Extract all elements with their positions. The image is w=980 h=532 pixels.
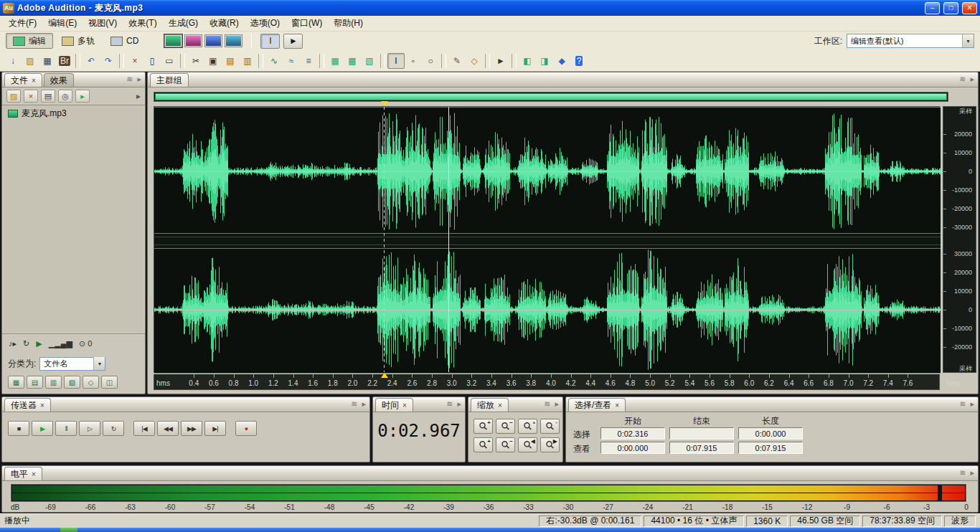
help-icon[interactable]: ? xyxy=(570,53,588,69)
snap-to-frames-icon[interactable]: ▧ xyxy=(361,53,378,69)
panel-grip-icon[interactable]: ≋ xyxy=(446,400,453,408)
go-to-end-button[interactable]: ▶| xyxy=(204,421,226,436)
fast-forward-button[interactable]: ▶▶ xyxy=(181,421,202,436)
copy-icon[interactable]: ▣ xyxy=(204,53,222,69)
edit-mixdown-icon[interactable]: ◧ xyxy=(519,53,536,69)
waveform-plot[interactable] xyxy=(154,106,940,373)
files-options-icon[interactable]: ▸ xyxy=(136,91,141,101)
selection-length-field[interactable]: 0:00.000 xyxy=(738,427,803,440)
overview-range[interactable] xyxy=(155,93,947,100)
toolbar-button[interactable] xyxy=(75,54,80,68)
lasso-selection-tool-icon[interactable]: ○ xyxy=(422,53,439,69)
zoom-in-button[interactable]: + xyxy=(473,419,493,434)
insert-into-multitrack-button[interactable]: ▤ xyxy=(41,90,55,103)
close-tab-icon[interactable]: × xyxy=(32,470,36,478)
loop-preview-button[interactable]: ↻ xyxy=(23,339,29,348)
waveform-display-button[interactable] xyxy=(164,34,182,47)
preview-volume-control[interactable]: ▁▂▄▆ xyxy=(49,339,72,348)
time-selection-tool-icon[interactable]: I xyxy=(387,53,405,69)
scrub-tool-icon[interactable]: ► xyxy=(492,53,509,69)
toolbar-button[interactable] xyxy=(258,54,263,68)
panel-grip-icon[interactable]: ≋ xyxy=(959,75,966,83)
bridge-icon[interactable]: Br xyxy=(56,53,73,69)
record-button[interactable]: ● xyxy=(235,421,257,436)
tab-transport[interactable]: 传送器 × xyxy=(4,398,51,412)
toolbar-button[interactable] xyxy=(441,54,446,68)
overview-scrollbar[interactable] xyxy=(154,92,948,102)
show-full-paths-button[interactable]: ◫ xyxy=(101,376,118,389)
marker-add-icon[interactable]: ◇ xyxy=(466,53,483,69)
panel-grip-icon[interactable]: ≋ xyxy=(959,400,966,408)
snap-to-markers-icon[interactable]: ▦ xyxy=(326,53,344,69)
cut-icon[interactable]: ✂ xyxy=(187,53,204,69)
dropdown-arrow-icon[interactable]: ▼ xyxy=(962,34,974,47)
insert-to-multitrack-icon[interactable]: ◨ xyxy=(536,53,553,69)
panel-menu-icon[interactable]: ▸ xyxy=(970,400,974,408)
stop-button[interactable]: ■ xyxy=(8,421,29,436)
spectral-phase-display-button[interactable] xyxy=(225,34,242,47)
effects-paintbrush-icon[interactable]: ✎ xyxy=(448,53,466,69)
show-markers-button[interactable]: ◇ xyxy=(83,376,99,389)
cursor-handle-bottom[interactable] xyxy=(381,373,388,378)
toolbar-button[interactable] xyxy=(319,54,324,68)
workspace-dropdown[interactable]: 编辑查看(默认) ▼ xyxy=(847,34,974,48)
import-file-button[interactable]: ▨ xyxy=(6,90,21,103)
rewind-button[interactable]: ◀◀ xyxy=(157,421,179,436)
show-video-files-button[interactable]: ▥ xyxy=(45,376,62,389)
zoom-out-button[interactable]: − xyxy=(496,419,515,434)
close-tab-icon[interactable]: × xyxy=(32,77,36,85)
tab-effects[interactable]: 效果 xyxy=(44,73,74,87)
show-loop-files-button[interactable]: ▤ xyxy=(27,376,43,389)
minimize-button[interactable]: – xyxy=(925,2,940,14)
panel-grip-icon[interactable]: ≋ xyxy=(544,400,550,408)
zoom-to-selection-button[interactable]: ▪ xyxy=(518,419,537,434)
preview-duration-indicator[interactable]: ⊙ 0 xyxy=(79,339,92,348)
save-file-icon[interactable]: ▦ xyxy=(39,53,56,69)
toolbar-button[interactable] xyxy=(485,54,490,68)
view-length-field[interactable]: 0:07.915 xyxy=(738,442,803,454)
edit-view-button[interactable]: 编辑 xyxy=(6,33,53,49)
timeline-ruler[interactable]: hms hms 0.40.60.81.01.21.41.61.82.02.22.… xyxy=(154,374,940,390)
show-audio-files-button[interactable]: ▦ xyxy=(8,376,24,389)
delete-icon[interactable]: × xyxy=(126,53,143,69)
play-button[interactable]: ▶ xyxy=(32,421,53,436)
mix-paste-icon[interactable]: ▥ xyxy=(239,53,256,69)
taskbar-sliver[interactable] xyxy=(0,528,980,532)
menu-view[interactable]: 视图(V) xyxy=(83,15,123,32)
dropdown-arrow-icon[interactable]: ▼ xyxy=(93,357,105,370)
panel-grip-icon[interactable]: ≋ xyxy=(351,400,357,408)
trim-icon[interactable]: ▭ xyxy=(161,53,178,69)
tab-selection-view[interactable]: 选择/查看 × xyxy=(568,398,626,412)
tab-time[interactable]: 时间 × xyxy=(375,398,413,412)
zoom-in-right-edge-button[interactable]: ▶ xyxy=(540,437,560,452)
amplitude-statistics-icon[interactable]: ≡ xyxy=(300,53,317,69)
menu-window[interactable]: 窗口(W) xyxy=(286,15,328,32)
show-midi-files-button[interactable]: ▧ xyxy=(64,376,80,389)
麦克风.mp3[interactable]: 麦克风.mp3 xyxy=(4,105,143,121)
menu-effects[interactable]: 效果(T) xyxy=(123,15,162,32)
insert-into-cd-button[interactable]: ◎ xyxy=(58,90,72,103)
panel-menu-icon[interactable]: ▸ xyxy=(970,75,974,83)
view-end-field[interactable]: 0:07.915 xyxy=(669,442,734,454)
go-to-beginning-button[interactable]: |◀ xyxy=(133,421,155,436)
menu-generate[interactable]: 生成(G) xyxy=(163,15,204,32)
import-file-icon[interactable]: ↓ xyxy=(4,53,22,69)
waveform-canvas[interactable] xyxy=(154,107,941,374)
snap-to-zero-crossings-icon[interactable]: ▩ xyxy=(344,53,361,69)
tab-levels[interactable]: 电平 × xyxy=(4,467,42,480)
tab-main-group[interactable]: 主群组 xyxy=(150,73,189,87)
scrub-tool-button[interactable]: ► xyxy=(283,34,303,49)
view-start-field[interactable]: 0:00.000 xyxy=(600,442,665,454)
toolbar-button[interactable] xyxy=(180,54,185,68)
selection-end-field[interactable] xyxy=(669,427,734,440)
close-tab-icon[interactable]: × xyxy=(615,402,619,409)
level-meter[interactable] xyxy=(11,484,966,502)
paste-icon[interactable]: ▤ xyxy=(222,53,239,69)
edit-cursor-line[interactable] xyxy=(384,107,385,372)
tab-zoom[interactable]: 缩放 × xyxy=(471,398,509,412)
menu-options[interactable]: 选项(O) xyxy=(245,15,286,32)
toolbar-button[interactable] xyxy=(512,54,517,68)
play-from-cursor-button[interactable]: ▷ xyxy=(79,421,100,436)
tab-files[interactable]: 文件 × xyxy=(4,73,42,87)
panel-grip-icon[interactable]: ≋ xyxy=(959,469,966,477)
